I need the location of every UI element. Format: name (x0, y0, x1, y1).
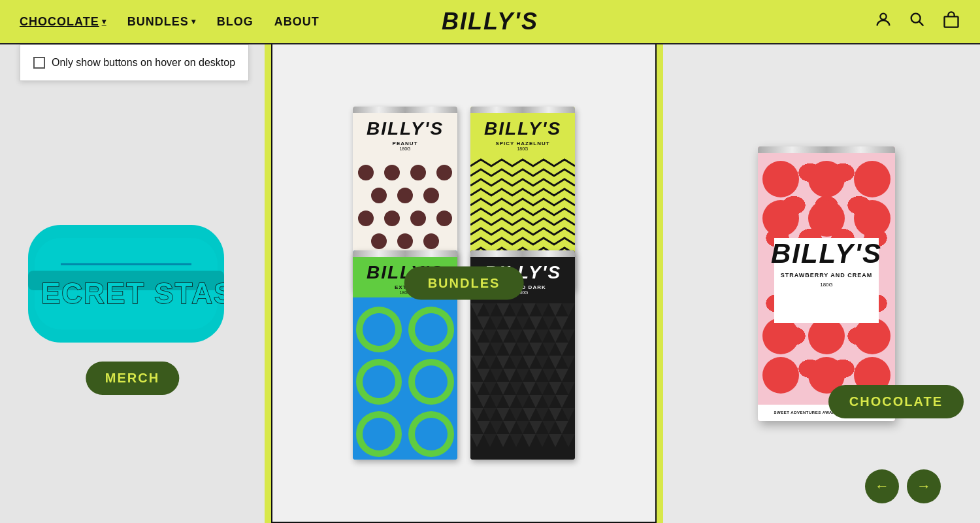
header: CHOCOLATE ▾ BUNDLES ▾ BLOG ABOUT BILLY'S (0, 0, 980, 44)
account-icon[interactable] (874, 10, 892, 33)
nav-arrows: ← → (865, 469, 941, 503)
bar-pattern (353, 297, 457, 460)
next-arrow-button[interactable]: → (907, 469, 941, 503)
svg-rect-3 (945, 16, 958, 27)
nav-label-chocolate: CHOCOLATE (20, 15, 99, 29)
svg-point-130 (808, 161, 845, 197)
svg-point-1 (911, 13, 921, 22)
bar-header: BILLY'S SPICY HAZELNUT 180G (470, 113, 575, 154)
svg-point-137 (854, 318, 890, 354)
svg-point-39 (363, 313, 395, 346)
svg-point-40 (415, 313, 448, 346)
slide-merch: ECRET STASH ECRET STASH MERCH (0, 44, 265, 523)
nav-label-blog: BLOG (217, 15, 253, 29)
header-icons (874, 10, 960, 33)
svg-point-134 (854, 200, 890, 237)
svg-rect-147 (758, 146, 895, 153)
nav-label-about: ABOUT (274, 15, 319, 29)
svg-point-17 (358, 211, 374, 226)
bar-weight: 180G (357, 146, 453, 151)
svg-point-21 (371, 233, 387, 249)
svg-point-15 (397, 188, 413, 203)
svg-point-132 (762, 200, 799, 237)
nav-item-bundles[interactable]: BUNDLES ▾ (127, 15, 196, 29)
nav-item-blog[interactable]: BLOG (217, 15, 253, 29)
fanny-pack: ECRET STASH ECRET STASH (28, 225, 224, 343)
brand-name: BILLY'S (357, 118, 453, 139)
svg-point-43 (363, 418, 395, 450)
svg-point-12 (410, 165, 426, 180)
fanny-pack-container: ECRET STASH ECRET STASH MERCH (28, 225, 237, 408)
svg-point-10 (358, 165, 374, 180)
svg-point-19 (410, 211, 426, 226)
svg-point-16 (423, 188, 439, 203)
svg-point-129 (762, 161, 799, 197)
svg-text:180G: 180G (820, 282, 833, 288)
svg-point-23 (423, 233, 439, 249)
prev-arrow-button[interactable]: ← (865, 469, 899, 503)
fanny-pack-svg: ECRET STASH ECRET STASH (28, 225, 224, 343)
svg-point-42 (415, 365, 448, 398)
svg-point-14 (371, 188, 387, 203)
nav-label-bundles: BUNDLES (127, 15, 189, 29)
foil-top (353, 107, 457, 113)
choc-single-bar: BILLY'S STRAWBERRY AND CREAM 180G SWEET … (758, 146, 895, 421)
svg-point-22 (397, 233, 413, 249)
site-logo[interactable]: BILLY'S (442, 8, 538, 35)
svg-point-20 (436, 211, 452, 226)
bar-weight: 180G (474, 146, 571, 151)
svg-point-13 (436, 165, 452, 180)
bundles-button[interactable]: BUNDLES (404, 267, 524, 300)
hover-buttons-option[interactable]: Only show buttons on hover on desktop (33, 57, 235, 69)
svg-point-136 (808, 318, 845, 354)
svg-point-0 (880, 13, 886, 19)
svg-point-44 (415, 418, 448, 450)
merch-button[interactable]: MERCH (86, 362, 179, 395)
svg-point-41 (363, 365, 395, 398)
dropdown-menu: Only show buttons on hover on desktop (20, 44, 249, 81)
bar-subtitle: PEANUT (357, 141, 453, 146)
nav-item-about[interactable]: ABOUT (274, 15, 319, 29)
bag-icon[interactable] (942, 10, 960, 33)
svg-text:STRAWBERRY AND CREAM: STRAWBERRY AND CREAM (781, 272, 873, 278)
foil-top (470, 250, 575, 257)
foil-top (470, 107, 575, 113)
search-icon[interactable] (908, 10, 926, 33)
svg-point-133 (808, 200, 845, 237)
bar-pattern (470, 297, 575, 460)
main-nav: CHOCOLATE ▾ BUNDLES ▾ BLOG ABOUT (20, 15, 319, 29)
slide-chocolate: BILLY'S STRAWBERRY AND CREAM 180G SWEET … (663, 44, 980, 523)
bar-header: BILLY'S PEANUT 180G (353, 113, 457, 154)
svg-point-138 (762, 357, 799, 394)
brand-name: BILLY'S (474, 118, 571, 139)
nav-item-chocolate[interactable]: CHOCOLATE ▾ (20, 15, 106, 29)
svg-point-11 (384, 165, 400, 180)
svg-text:ECRET STASH: ECRET STASH (41, 277, 224, 309)
main-content: ECRET STASH ECRET STASH MERCH BILLY'S PE… (0, 44, 980, 523)
chocolate-button[interactable]: CHOCOLATE (828, 385, 964, 418)
svg-point-131 (854, 161, 890, 197)
svg-text:BILLY'S: BILLY'S (771, 238, 882, 269)
hover-buttons-label: Only show buttons on hover on desktop (52, 57, 235, 69)
slide-bundles: BILLY'S PEANUT 180G (271, 44, 657, 523)
svg-line-2 (919, 21, 923, 25)
strawberry-svg: BILLY'S STRAWBERRY AND CREAM 180G SWEET … (758, 146, 895, 421)
bar-subtitle: SPICY HAZELNUT (474, 141, 571, 146)
chevron-down-icon: ▾ (102, 17, 106, 26)
hover-buttons-checkbox[interactable] (33, 57, 45, 69)
chevron-down-icon: ▾ (191, 17, 196, 26)
foil-top (353, 250, 457, 257)
svg-point-135 (762, 318, 799, 354)
svg-point-18 (384, 211, 400, 226)
